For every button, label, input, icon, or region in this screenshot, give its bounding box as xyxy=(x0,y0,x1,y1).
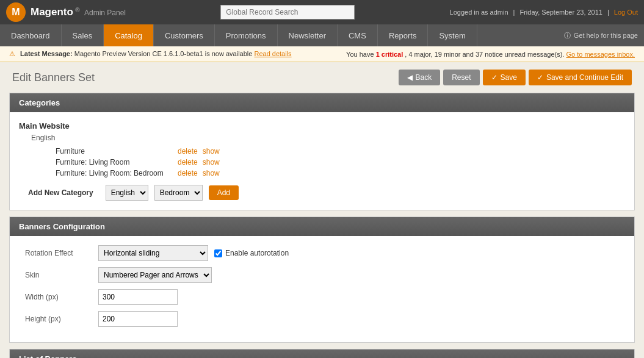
save-continue-label: Save and Continue Edit xyxy=(546,73,623,82)
height-label: Height (px) xyxy=(25,315,98,323)
save-continue-button[interactable]: ✓ Save and Continue Edit xyxy=(529,70,632,85)
nav-reports[interactable]: Reports xyxy=(378,24,429,46)
skin-label: Skin xyxy=(25,271,98,279)
main-nav: Dashboard Sales Catalog Customers Promot… xyxy=(0,24,644,46)
enable-autorotation-checkbox[interactable] xyxy=(214,249,222,257)
categories-body: Main Website English Furniture delete sh… xyxy=(10,112,634,210)
back-icon: ◀ xyxy=(407,73,413,82)
save-button[interactable]: ✓ Save xyxy=(483,70,526,85)
page-header: Edit Banners Set ◀ Back Reset ✓ Save ✓ S… xyxy=(0,62,644,93)
alert-right-prefix: You have xyxy=(346,51,374,58)
category-row-furniture: Furniture delete show xyxy=(56,147,625,156)
banners-config-body: Rotation Effect Horizontal sliding Enabl… xyxy=(10,236,634,342)
header: M Magento ® Admin Panel Logged in as adm… xyxy=(0,0,644,24)
date-text: Friday, September 23, 2011 xyxy=(519,9,602,16)
alert-icon: ⚠ xyxy=(9,50,15,57)
width-row: Width (px) xyxy=(25,289,619,305)
nav-dashboard[interactable]: Dashboard xyxy=(0,24,62,46)
rotation-select[interactable]: Horizontal sliding xyxy=(98,245,208,261)
save-label: Save xyxy=(501,73,517,82)
enable-autorotation-label: Enable autorotation xyxy=(214,249,289,257)
show-furniture[interactable]: show xyxy=(203,147,220,156)
logo-text: Magento ® Admin Panel xyxy=(31,6,126,18)
delete-bedroom[interactable]: delete xyxy=(178,169,198,177)
store-select[interactable]: English xyxy=(106,185,148,201)
delete-living[interactable]: delete xyxy=(178,158,198,166)
button-group: ◀ Back Reset ✓ Save ✓ Save and Continue … xyxy=(399,70,632,85)
category-row-bedroom: Furniture: Living Room: Bedroom delete s… xyxy=(56,169,625,177)
back-label: Back xyxy=(416,73,432,82)
category-select[interactable]: Bedroom xyxy=(154,185,203,201)
alert-left: ⚠ Latest Message: Magento Preview Versio… xyxy=(9,50,292,58)
list-banners-label: List of Banners xyxy=(19,354,77,358)
banners-config-header: Banners Configuration xyxy=(10,217,634,236)
rotation-effect-row: Rotation Effect Horizontal sliding Enabl… xyxy=(25,245,619,261)
nav-cms[interactable]: CMS xyxy=(338,24,378,46)
banners-config-section: Banners Configuration Rotation Effect Ho… xyxy=(9,217,635,343)
add-category-label: Add New Category xyxy=(28,188,93,197)
width-label: Width (px) xyxy=(25,293,98,301)
alert-message: Magento Preview Version CE 1.6.1.0-beta1… xyxy=(74,50,253,57)
category-name-furniture: Furniture xyxy=(56,147,178,156)
category-name-living: Furniture: Living Room xyxy=(56,158,178,166)
save-continue-icon: ✓ xyxy=(537,73,543,82)
banners-config-label: Banners Configuration xyxy=(19,222,105,231)
logo-area: M Magento ® Admin Panel xyxy=(6,2,126,22)
nav-customers[interactable]: Customers xyxy=(154,24,215,46)
nav-sales[interactable]: Sales xyxy=(62,24,104,46)
alert-critical: 1 critical xyxy=(376,51,403,58)
logged-in-text: Logged in as admin xyxy=(450,9,508,16)
search-input[interactable] xyxy=(220,5,355,20)
show-bedroom[interactable]: show xyxy=(203,169,220,177)
categories-section: Categories Main Website English Furnitur… xyxy=(9,93,635,210)
alert-right: You have 1 critical , 4 major, 19 minor … xyxy=(346,51,635,58)
logo-icon: M xyxy=(6,2,26,22)
category-row-living: Furniture: Living Room delete show xyxy=(56,158,625,166)
delete-furniture[interactable]: delete xyxy=(178,147,198,156)
enable-autorotation-text: Enable autorotation xyxy=(225,249,289,257)
reset-button[interactable]: Reset xyxy=(443,70,479,85)
header-right: Logged in as admin | Friday, September 2… xyxy=(450,9,638,16)
alert-link[interactable]: Read details xyxy=(254,50,291,57)
main-website-label: Main Website xyxy=(19,121,625,131)
width-input[interactable] xyxy=(98,289,178,305)
rotation-label: Rotation Effect xyxy=(25,249,98,257)
nav-system[interactable]: System xyxy=(428,24,477,46)
height-row: Height (px) xyxy=(25,311,619,327)
english-label: English xyxy=(31,134,625,142)
nav-newsletter[interactable]: Newsletter xyxy=(278,24,338,46)
alert-bar: ⚠ Latest Message: Magento Preview Versio… xyxy=(0,46,644,62)
add-category-button[interactable]: Add xyxy=(209,185,239,200)
categories-header-label: Categories xyxy=(19,98,60,107)
list-banners-header: List of Banners xyxy=(10,349,634,358)
list-banners-section: List of Banners Image Options Order Enab… xyxy=(9,349,635,358)
skin-select[interactable]: Numbered Pager and Arrows xyxy=(98,267,212,283)
back-button[interactable]: ◀ Back xyxy=(399,70,441,85)
save-icon: ✓ xyxy=(491,73,497,82)
nav-catalog[interactable]: Catalog xyxy=(104,24,154,46)
show-living[interactable]: show xyxy=(203,158,220,166)
search-area xyxy=(220,5,355,20)
skin-row: Skin Numbered Pager and Arrows xyxy=(25,267,619,283)
reset-label: Reset xyxy=(452,73,471,82)
go-messages-link[interactable]: Go to messages inbox. xyxy=(566,51,635,58)
alert-prefix: Latest Message: xyxy=(20,50,73,57)
help-text: Get help for this page xyxy=(574,32,638,39)
page-title: Edit Banners Set xyxy=(12,71,95,84)
categories-section-header: Categories xyxy=(10,93,634,112)
alert-rest: , 4 major, 19 minor and 37 notice unread… xyxy=(405,51,564,58)
nav-help: ⓘ Get help for this page xyxy=(558,24,644,46)
nav-promotions[interactable]: Promotions xyxy=(215,24,278,46)
height-input[interactable] xyxy=(98,311,178,327)
help-icon: ⓘ xyxy=(564,31,571,40)
logout-link[interactable]: Log Out xyxy=(614,9,638,16)
add-new-category-row: Add New Category English Bedroom Add xyxy=(28,185,625,201)
category-name-bedroom: Furniture: Living Room: Bedroom xyxy=(56,169,178,177)
